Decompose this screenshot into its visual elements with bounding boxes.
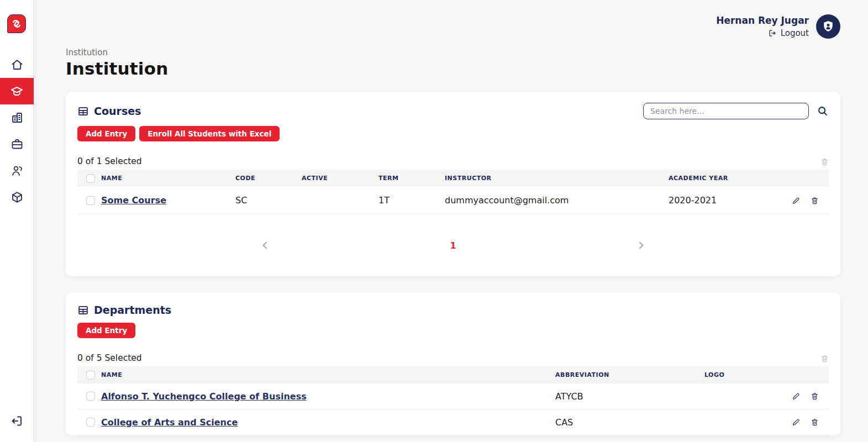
departments-title: Departments: [94, 304, 171, 316]
pagination-next-icon[interactable]: [635, 240, 646, 251]
page-title: Institution: [66, 59, 840, 78]
departments-card: Departments Add Entry 0 of 5 Selected: [66, 293, 840, 435]
search-icon[interactable]: [817, 105, 829, 117]
avatar[interactable]: [816, 14, 840, 39]
row-checkbox[interactable]: [86, 392, 95, 401]
edit-icon[interactable]: [792, 418, 801, 427]
column-header-logo: LOGO: [704, 371, 785, 378]
sidebar-item-users[interactable]: [0, 157, 34, 184]
add-entry-button[interactable]: Add Entry: [77, 126, 135, 141]
course-row: Some Course SC 1T dummyaccount@gmail.com…: [77, 187, 829, 214]
users-icon: [10, 164, 24, 177]
column-header-code: CODE: [235, 175, 302, 182]
column-header-active: ACTIVE: [302, 175, 378, 182]
breadcrumb: Institution: [66, 48, 840, 57]
column-header-instructor: INSTRUCTOR: [445, 175, 669, 182]
course-term: 1T: [378, 195, 445, 206]
logout-label: Logout: [781, 28, 809, 38]
column-header-term: TERM: [378, 175, 445, 182]
topbar: Hernan Rey Jugar Logout: [66, 0, 840, 39]
delete-icon[interactable]: [811, 418, 819, 427]
sidebar: [0, 0, 34, 442]
shield-user-icon: [821, 19, 835, 34]
departments-selected-count: 0 of 5 Selected: [77, 353, 142, 363]
select-all-checkbox[interactable]: [86, 371, 95, 380]
briefcase-icon: [10, 138, 24, 151]
departments-table-header: NAME ABBREVIATION LOGO: [77, 366, 829, 383]
courses-card: Courses Add Entry Enroll All Students wi…: [66, 92, 840, 276]
sidebar-nav: [0, 51, 33, 211]
courses-table-header: NAME CODE ACTIVE TERM INSTRUCTOR ACADEMI…: [77, 170, 829, 187]
buildings-icon: [10, 111, 24, 124]
sidebar-item-institution[interactable]: [0, 78, 34, 104]
sidebar-item-buildings[interactable]: [0, 104, 34, 131]
courses-pagination: 1: [77, 214, 829, 276]
logout-icon: [10, 414, 23, 428]
column-header-academic-year: ACADEMIC YEAR: [669, 175, 785, 182]
edit-icon[interactable]: [792, 196, 801, 205]
pagination-prev-icon[interactable]: [260, 240, 271, 251]
department-name-link[interactable]: Alfonso T. Yuchengco College of Business: [101, 391, 307, 402]
user-block: Hernan Rey Jugar Logout: [716, 15, 809, 38]
course-academic-year: 2020-2021: [669, 195, 785, 206]
department-abbreviation: ATYCB: [555, 391, 704, 402]
main-content: Hernan Rey Jugar Logout Institution In: [34, 0, 868, 442]
row-checkbox[interactable]: [86, 418, 95, 427]
app-root: Hernan Rey Jugar Logout Institution In: [0, 0, 868, 442]
table-icon: [77, 304, 89, 316]
courses-title: Courses: [94, 105, 141, 117]
sidebar-item-modules[interactable]: [0, 184, 34, 211]
courses-selected-count: 0 of 1 Selected: [77, 156, 142, 166]
graduation-cap-icon: [10, 85, 24, 98]
department-row: Alfonso T. Yuchengco College of Business…: [77, 383, 829, 409]
add-entry-button[interactable]: Add Entry: [77, 323, 135, 338]
user-name: Hernan Rey Jugar: [716, 15, 809, 26]
bulk-delete-icon[interactable]: [820, 354, 829, 363]
enroll-excel-button[interactable]: Enroll All Students with Excel: [139, 126, 280, 141]
department-name-link[interactable]: College of Arts and Science: [101, 417, 238, 428]
course-name-link[interactable]: Some Course: [101, 195, 166, 206]
delete-icon[interactable]: [811, 196, 819, 205]
logo-swirl-icon: [10, 18, 23, 30]
row-checkbox[interactable]: [86, 196, 95, 205]
app-logo[interactable]: [7, 14, 26, 33]
logout-button[interactable]: Logout: [716, 28, 809, 38]
column-header-name: NAME: [101, 175, 235, 182]
delete-icon[interactable]: [811, 392, 819, 401]
logout-arrow-icon: [768, 29, 777, 38]
courses-search-input[interactable]: [643, 103, 809, 119]
bulk-delete-icon[interactable]: [820, 157, 829, 166]
department-row: College of Arts and Science CAS: [77, 409, 829, 435]
pagination-page-1[interactable]: 1: [450, 240, 456, 251]
course-code: SC: [235, 195, 302, 206]
sidebar-item-home[interactable]: [0, 51, 34, 78]
table-icon: [77, 106, 89, 117]
cube-icon: [10, 191, 24, 204]
home-icon: [10, 58, 24, 71]
department-abbreviation: CAS: [555, 417, 704, 428]
edit-icon[interactable]: [792, 392, 801, 401]
column-header-abbreviation: ABBREVIATION: [555, 371, 704, 378]
course-instructor: dummyaccount@gmail.com: [445, 195, 669, 206]
column-header-name: NAME: [101, 371, 555, 378]
sidebar-item-briefcase[interactable]: [0, 131, 34, 157]
select-all-checkbox[interactable]: [86, 174, 95, 183]
sidebar-item-logout[interactable]: [0, 408, 34, 434]
